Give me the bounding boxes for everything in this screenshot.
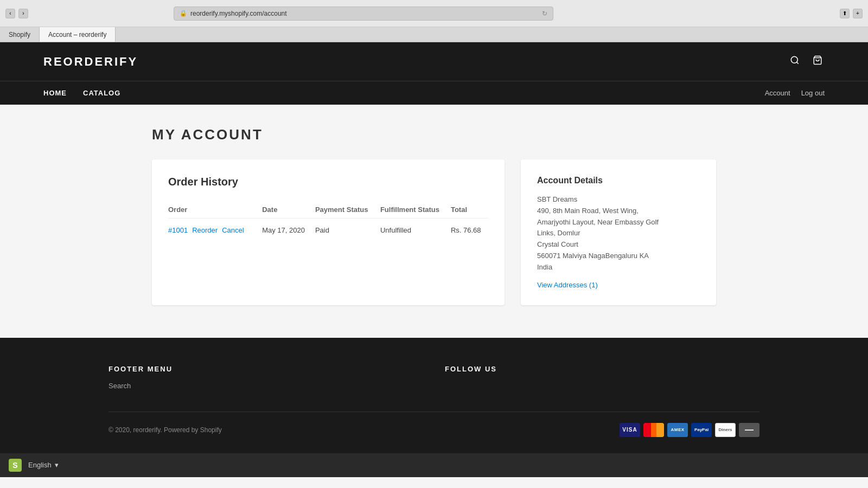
forward-button[interactable]: › xyxy=(18,9,28,18)
account-addr4: Crystal Court xyxy=(537,239,700,251)
account-details-card: Account Details SBT Dreams 490, 8th Main… xyxy=(521,159,716,305)
new-tab-button[interactable]: + xyxy=(853,9,863,18)
footer-copyright: © 2020, reorderify. Powered by Shopify xyxy=(108,426,222,434)
account-name: SBT Dreams xyxy=(537,194,700,206)
mastercard-icon xyxy=(643,423,664,437)
nav-home[interactable]: HOME xyxy=(43,81,78,105)
language-label: English xyxy=(28,461,52,469)
search-button[interactable] xyxy=(788,53,802,70)
nav-logout[interactable]: Log out xyxy=(801,89,825,97)
address-bar[interactable]: 🔒 reorderify.myshopify.com/account ↻ xyxy=(174,7,553,21)
footer-menu-heading: FOOTER MENU xyxy=(108,365,423,373)
header-icons xyxy=(788,53,825,70)
col-order: Order xyxy=(168,201,262,219)
cancel-link[interactable]: Cancel xyxy=(222,226,244,234)
nav-catalog[interactable]: CATALOG xyxy=(83,81,131,105)
browser-chrome: ‹ › 🔒 reorderify.myshopify.com/account ↻… xyxy=(0,0,868,27)
refresh-icon[interactable]: ↻ xyxy=(542,10,547,17)
account-country: India xyxy=(537,262,700,273)
visa-icon: VISA xyxy=(620,423,640,437)
order-history-title: Order History xyxy=(168,176,488,188)
language-selector[interactable]: English ▾ xyxy=(28,461,59,469)
col-total: Total xyxy=(451,201,488,219)
tab-shopify-label: Shopify xyxy=(9,31,30,38)
paypal-icon: PayPal xyxy=(691,423,712,437)
site-footer: FOOTER MENU Search FOLLOW US © 2020, reo… xyxy=(0,338,868,453)
bottom-bar: S English ▾ xyxy=(0,453,868,477)
order-history-card: Order History Order Date Payment Status … xyxy=(152,159,505,305)
tab-account[interactable]: Account – reorderify xyxy=(40,27,116,42)
footer-menu-section: FOOTER MENU Search xyxy=(108,365,423,390)
footer-grid: FOOTER MENU Search FOLLOW US xyxy=(108,365,760,390)
page-title: MY ACCOUNT xyxy=(152,126,716,143)
share-button[interactable]: ⬆ xyxy=(840,9,850,18)
table-row: #1001 Reorder Cancel May 17, 2020 Paid U… xyxy=(168,219,488,242)
cart-button[interactable] xyxy=(810,53,825,70)
lock-icon: 🔒 xyxy=(180,10,187,17)
order-actions: #1001 Reorder Cancel xyxy=(168,226,262,234)
site-logo[interactable]: REORDERIFY xyxy=(43,55,138,69)
order-number-link[interactable]: #1001 xyxy=(168,226,188,234)
diners-icon: Diners xyxy=(715,423,736,437)
reorder-link[interactable]: Reorder xyxy=(192,226,218,234)
account-addr3: Links, Domlur xyxy=(537,228,700,239)
account-addr1: 490, 8th Main Road, West Wing, xyxy=(537,206,700,217)
browser-right-controls: ⬆ + xyxy=(840,9,863,18)
account-addr5: 560071 Malviya NagaBengaluru KA xyxy=(537,251,700,262)
svg-point-0 xyxy=(791,56,797,63)
header-nav: HOME CATALOG Account Log out xyxy=(0,81,868,105)
nav-left: HOME CATALOG xyxy=(43,81,137,105)
site-header: REORDERIFY HOME CATALOG Account Log out xyxy=(0,42,868,105)
footer-search-link[interactable]: Search xyxy=(108,382,423,390)
col-fulfillment: Fulfillment Status xyxy=(380,201,451,219)
shopify-logo: S xyxy=(9,459,22,472)
footer-follow-heading: FOLLOW US xyxy=(445,365,760,373)
footer-bottom: © 2020, reorderify. Powered by Shopify V… xyxy=(108,412,760,437)
url-text: reorderify.myshopify.com/account xyxy=(190,10,287,17)
col-payment: Payment Status xyxy=(315,201,380,219)
account-addr2: Amarjyothi Layout, Near Embassy Golf xyxy=(537,217,700,228)
tab-shopify[interactable]: Shopify xyxy=(0,27,40,42)
browser-tabs: Shopify Account – reorderify xyxy=(0,27,868,42)
browser-controls: ‹ › xyxy=(5,9,28,18)
main-content: MY ACCOUNT Order History Order Date Paym… xyxy=(0,105,868,338)
svg-line-1 xyxy=(796,62,798,63)
tab-account-label: Account – reorderify xyxy=(48,31,106,38)
generic-card-icon: — xyxy=(739,423,760,437)
order-total: Rs. 76.68 xyxy=(451,219,488,242)
nav-account[interactable]: Account xyxy=(765,89,790,97)
chevron-down-icon: ▾ xyxy=(55,461,59,469)
header-top: REORDERIFY xyxy=(0,42,868,81)
content-grid: Order History Order Date Payment Status … xyxy=(152,159,716,305)
nav-right: Account Log out xyxy=(765,89,825,97)
view-addresses-link[interactable]: View Addresses (1) xyxy=(537,281,598,289)
order-cell: #1001 Reorder Cancel xyxy=(168,219,262,242)
payment-status: Paid xyxy=(315,219,380,242)
account-details-title: Account Details xyxy=(537,176,700,185)
payment-icons: VISA AMEX PayPal Diners — xyxy=(620,423,760,437)
amex-icon: AMEX xyxy=(667,423,688,437)
account-details-body: SBT Dreams 490, 8th Main Road, West Wing… xyxy=(537,194,700,273)
back-button[interactable]: ‹ xyxy=(5,9,15,18)
col-date: Date xyxy=(262,201,315,219)
order-table: Order Date Payment Status Fulfillment St… xyxy=(168,201,488,242)
fulfillment-status: Unfulfilled xyxy=(380,219,451,242)
footer-follow-section: FOLLOW US xyxy=(445,365,760,390)
order-date: May 17, 2020 xyxy=(262,219,315,242)
